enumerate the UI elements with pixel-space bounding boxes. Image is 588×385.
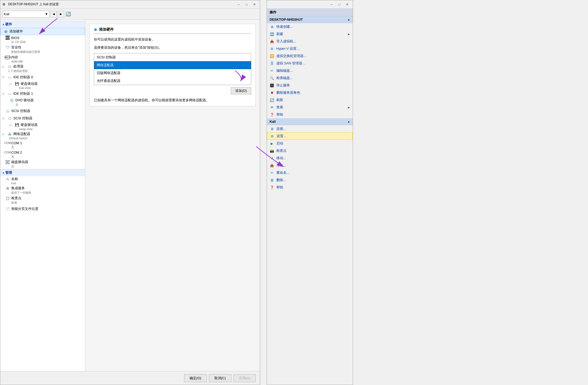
action-refresh[interactable]: 🔃 刷新 [267, 96, 353, 104]
remove-role-icon: ✖ [270, 90, 274, 95]
sidebar-item-hdd0[interactable]: ▷ 💾 硬盘驱动器 Kali.vhdx [0, 81, 85, 90]
right-title-controls: ─ □ ✕ [328, 2, 351, 7]
minimize-button[interactable]: ─ [235, 2, 242, 7]
action-quick-create[interactable]: 🖥 快速创建... [267, 23, 353, 30]
panel-desc2: 选择要添加的设备，然后单击"添加"按钮(S)。 [94, 45, 251, 51]
nav-back-button[interactable]: ◀ [50, 11, 57, 17]
sidebar-item-integration[interactable]: ⊞ 集成服务 提供了一些服务 [0, 185, 85, 195]
sidebar-item-add-hardware[interactable]: ⊕ 添加硬件 [0, 28, 85, 35]
sidebar-item-checkpoint-main: 📋 检查点 [5, 196, 83, 200]
sidebar-item-scsi0[interactable]: ⊡ SCSI 控制器 [0, 107, 85, 115]
sidebar-item-name[interactable]: 𝔸 名称 Kali [0, 176, 85, 185]
action-remove-role[interactable]: ✖ 删除服务器角色 [267, 89, 353, 96]
sidebar-item-memory-main: MEM 内存 [5, 55, 83, 60]
hardware-section-label: 硬件 [5, 22, 12, 27]
action-vswitch[interactable]: 🔀 虚拟交换机管理器... [267, 52, 353, 60]
right-close-button[interactable]: ✕ [344, 2, 351, 7]
main-panel: ⊕ 添加硬件 你可以使用此设置向虚拟机中添加设备。 选择要添加的设备，然后单击"… [85, 20, 260, 371]
scsi1-expand-arrow[interactable]: ▽ [2, 117, 5, 120]
move-icon: ↗ [270, 156, 274, 160]
maximize-button[interactable]: □ [243, 2, 250, 7]
view-submenu-arrow: ▶ [348, 106, 350, 109]
sidebar-item-com2[interactable]: COM COM 2 无 [0, 150, 85, 159]
action-edit-disk[interactable]: ✏ 编辑磁盘... [267, 67, 353, 74]
right-maximize-button[interactable]: □ [336, 2, 343, 7]
action-move[interactable]: ↗ 移动... [267, 154, 353, 162]
dvd-icon: 💿 [10, 98, 14, 102]
sidebar-item-integration-main: ⊞ 集成服务 [5, 186, 83, 191]
action-hyperv-settings[interactable]: ⚙ Hyper-V 设置... [267, 45, 353, 52]
sidebar-item-name-main: 𝔸 名称 [5, 177, 83, 181]
action-vsan-label: 虚拟 SAN 管理器... [276, 61, 350, 66]
device-list-item-net[interactable]: 网络适配器 [94, 61, 251, 69]
sidebar-item-smartpaging[interactable]: 📄 智能分页文件位置 [0, 205, 85, 213]
sidebar-item-memory[interactable]: MEM 内存 4096 MB [0, 54, 85, 64]
sidebar-item-com1[interactable]: COM COM 1 无 [0, 140, 85, 150]
action-vsan[interactable]: 🗄 虚拟 SAN 管理器... [267, 60, 353, 67]
sidebar-item-ide1[interactable]: ▽ ▭ IDE 控制器 1 [0, 90, 85, 97]
sidebar-item-dvd[interactable]: 💿 DVD 驱动器 无 [0, 97, 85, 107]
action-import[interactable]: 📥 导入虚拟机... [267, 38, 353, 45]
sidebar-item-scsi1[interactable]: ▽ ⊡ SCSI 控制器 [0, 115, 85, 122]
ide1-icon: ▭ [8, 92, 12, 96]
action-vswitch-label: 虚拟交换机管理器... [276, 54, 350, 58]
security-icon: 🛡 [5, 45, 10, 49]
action-help[interactable]: ❓ 帮助 [267, 111, 353, 118]
ide0-expand-arrow[interactable]: ▽ [2, 76, 5, 79]
right-minimize-button[interactable]: ─ [328, 2, 335, 7]
action-stop-service[interactable]: ⬛ 停止服务 [267, 82, 353, 89]
hdd1-expand-arrow[interactable]: ▷ [10, 124, 13, 126]
panel-title-text: 添加硬件 [99, 27, 114, 32]
sidebar-item-scsi0-main: ⊡ SCSI 控制器 [5, 109, 83, 113]
cpu-expand-arrow[interactable]: ▷ [2, 65, 5, 68]
hardware-section-header[interactable]: ∧ 硬件 [0, 21, 85, 28]
sidebar-item-cpu[interactable]: ▷ □ 处理器 1 个虚拟处理器 [0, 64, 85, 74]
action-start[interactable]: ▶ 启动 [267, 140, 353, 147]
sidebar-item-bios[interactable]: BIOS BIOS 从 CD 启动 [0, 35, 85, 44]
device-list-item-fiber[interactable]: 光纤通道适配器 [94, 77, 251, 85]
action-connect[interactable]: 🖥 连接... [267, 125, 353, 132]
device-list-item-scsi[interactable]: SCSI 控制器 [94, 53, 251, 61]
ok-button[interactable]: 确定(O) [184, 374, 207, 382]
sidebar-item-bios-label: BIOS [11, 36, 19, 40]
vm-checkpoint-icon: 📸 [270, 148, 274, 153]
action-kali-settings[interactable]: ⚙ 设置... [267, 132, 353, 140]
network-expand-arrow[interactable]: ▷ [2, 133, 5, 136]
ide1-expand-arrow[interactable]: ▽ [2, 92, 5, 95]
sidebar-item-security-main: 🛡 安全性 [5, 45, 83, 50]
action-delete[interactable]: 🗑 删除... [267, 176, 353, 184]
add-device-button[interactable]: 添加(D) [231, 87, 251, 94]
cancel-button[interactable]: 取消(C) [209, 374, 231, 382]
cpu-icon: □ [8, 64, 12, 69]
action-kali-help[interactable]: ❓ 帮助 [267, 184, 353, 191]
sidebar-item-checkpoint[interactable]: 📋 检查点 标准 [0, 195, 85, 205]
sidebar-item-floppy[interactable]: 💽 磁盘驱动器 无 [0, 159, 85, 169]
sidebar-item-hdd0-label: 硬盘驱动器 [21, 81, 38, 86]
nav-forward-button[interactable]: ▶ [58, 11, 64, 17]
action-vm-checkpoint[interactable]: 📸 检查点 [267, 147, 353, 154]
apply-button[interactable]: 应用(A) [233, 374, 256, 382]
kali-section-header[interactable]: Kali ▲ [267, 118, 353, 125]
sidebar-item-hdd1[interactable]: ▷ 💾 硬盘驱动器 swap.vhdx [0, 122, 85, 131]
action-new[interactable]: 🆕 新建 ▶ [267, 30, 353, 38]
edit-disk-icon: ✏ [270, 68, 274, 73]
hdd0-expand-arrow[interactable]: ▷ [10, 82, 13, 85]
close-button[interactable]: ✕ [251, 2, 258, 7]
action-connect-label: 连接... [276, 126, 350, 131]
sidebar-item-security[interactable]: 🛡 安全性 密钥存储驱动器已禁用 [0, 44, 85, 54]
action-kali-settings-label: 设置... [277, 134, 350, 138]
action-inspect-disk[interactable]: 🔍 检查磁盘... [267, 74, 353, 82]
device-list-item-legacy-net[interactable]: 旧版网络适配器 [94, 69, 251, 77]
start-icon: ▶ [270, 141, 274, 146]
management-section-header[interactable]: ∧ 管理 [0, 169, 85, 176]
sidebar-item-network[interactable]: ▷ 🖧 网络适配器 Default Switch [0, 131, 85, 140]
action-view[interactable]: 👁 查看 ▶ [267, 104, 353, 111]
action-rename[interactable]: ✏ 重命名... [267, 169, 353, 176]
sidebar-item-security-label: 安全性 [11, 45, 21, 50]
sidebar-item-network-main: ▷ 🖧 网络适配器 [2, 132, 83, 136]
action-export[interactable]: 📤 导出... [267, 162, 353, 169]
desktop-section-header[interactable]: DESKTOP-NHD2HJT ▲ [267, 16, 353, 23]
vm-selector[interactable]: Kali ▼ [2, 11, 49, 18]
refresh-button[interactable]: 🔄 [65, 11, 71, 17]
sidebar-item-ide0[interactable]: ▽ ▭ IDE 控制器 0 [0, 74, 85, 81]
